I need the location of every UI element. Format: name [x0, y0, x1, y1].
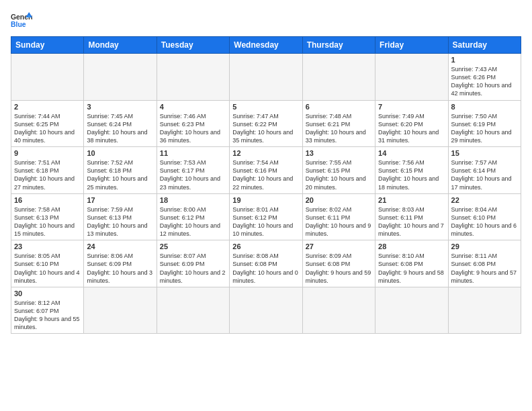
calendar-cell: 7Sunrise: 7:49 AM Sunset: 6:20 PM Daylig…	[375, 100, 448, 147]
logo: General Blue	[11, 11, 32, 30]
svg-text:Blue: Blue	[11, 21, 26, 28]
day-number: 18	[160, 196, 226, 204]
day-info: Sunrise: 7:58 AM Sunset: 6:13 PM Dayligh…	[14, 205, 81, 238]
calendar-cell: 2Sunrise: 7:44 AM Sunset: 6:25 PM Daylig…	[11, 100, 84, 147]
day-info: Sunrise: 7:44 AM Sunset: 6:25 PM Dayligh…	[14, 112, 81, 145]
day-number: 17	[87, 196, 153, 204]
header-friday: Friday	[375, 37, 448, 54]
day-info: Sunrise: 7:47 AM Sunset: 6:22 PM Dayligh…	[232, 112, 299, 145]
calendar-cell: 30Sunrise: 8:12 AM Sunset: 6:07 PM Dayli…	[11, 287, 84, 334]
calendar-row-3: 16Sunrise: 7:58 AM Sunset: 6:13 PM Dayli…	[11, 193, 521, 240]
calendar-cell	[448, 287, 521, 334]
header-monday: Monday	[84, 37, 157, 54]
day-info: Sunrise: 8:12 AM Sunset: 6:07 PM Dayligh…	[14, 299, 81, 332]
day-number: 11	[160, 149, 226, 157]
day-number: 24	[87, 242, 153, 250]
calendar-cell: 9Sunrise: 7:51 AM Sunset: 6:18 PM Daylig…	[11, 147, 84, 194]
calendar-cell: 18Sunrise: 8:00 AM Sunset: 6:12 PM Dayli…	[157, 193, 229, 240]
day-info: Sunrise: 7:49 AM Sunset: 6:20 PM Dayligh…	[378, 112, 445, 145]
calendar-cell: 29Sunrise: 8:11 AM Sunset: 6:08 PM Dayli…	[448, 240, 521, 287]
calendar-header-row: SundayMondayTuesdayWednesdayThursdayFrid…	[11, 37, 521, 54]
day-info: Sunrise: 7:54 AM Sunset: 6:16 PM Dayligh…	[232, 158, 299, 191]
day-info: Sunrise: 8:00 AM Sunset: 6:12 PM Dayligh…	[160, 205, 226, 238]
calendar-cell: 19Sunrise: 8:01 AM Sunset: 6:12 PM Dayli…	[230, 193, 302, 240]
day-number: 25	[160, 242, 226, 250]
day-info: Sunrise: 7:55 AM Sunset: 6:15 PM Dayligh…	[306, 158, 372, 191]
calendar-cell	[230, 54, 302, 101]
day-number: 30	[14, 289, 81, 298]
calendar-cell	[302, 287, 375, 334]
calendar-cell	[230, 287, 302, 334]
calendar-row-0: 1Sunrise: 7:43 AM Sunset: 6:26 PM Daylig…	[11, 54, 521, 101]
day-info: Sunrise: 8:05 AM Sunset: 6:10 PM Dayligh…	[14, 252, 81, 285]
day-number: 5	[232, 103, 299, 111]
day-info: Sunrise: 7:52 AM Sunset: 6:18 PM Dayligh…	[87, 158, 153, 191]
calendar-table: SundayMondayTuesdayWednesdayThursdayFrid…	[11, 36, 521, 334]
calendar-cell: 8Sunrise: 7:50 AM Sunset: 6:19 PM Daylig…	[448, 100, 521, 147]
calendar-cell: 28Sunrise: 8:10 AM Sunset: 6:08 PM Dayli…	[375, 240, 448, 287]
day-info: Sunrise: 8:11 AM Sunset: 6:08 PM Dayligh…	[451, 252, 518, 285]
day-number: 23	[14, 242, 81, 250]
calendar-cell: 11Sunrise: 7:53 AM Sunset: 6:17 PM Dayli…	[157, 147, 229, 194]
calendar-cell: 5Sunrise: 7:47 AM Sunset: 6:22 PM Daylig…	[230, 100, 302, 147]
day-number: 15	[451, 149, 518, 157]
calendar-cell: 12Sunrise: 7:54 AM Sunset: 6:16 PM Dayli…	[230, 147, 302, 194]
calendar-row-4: 23Sunrise: 8:05 AM Sunset: 6:10 PM Dayli…	[11, 240, 521, 287]
day-number: 21	[378, 196, 445, 204]
day-number: 14	[378, 149, 445, 157]
calendar-cell: 13Sunrise: 7:55 AM Sunset: 6:15 PM Dayli…	[302, 147, 375, 194]
day-info: Sunrise: 8:06 AM Sunset: 6:09 PM Dayligh…	[87, 252, 153, 285]
day-info: Sunrise: 8:07 AM Sunset: 6:09 PM Dayligh…	[160, 252, 226, 285]
day-info: Sunrise: 7:46 AM Sunset: 6:23 PM Dayligh…	[160, 112, 226, 145]
day-info: Sunrise: 8:04 AM Sunset: 6:10 PM Dayligh…	[451, 205, 518, 238]
day-number: 2	[14, 103, 81, 111]
day-number: 13	[306, 149, 372, 157]
day-info: Sunrise: 8:01 AM Sunset: 6:12 PM Dayligh…	[232, 205, 299, 238]
day-number: 16	[14, 196, 81, 204]
day-info: Sunrise: 7:57 AM Sunset: 6:14 PM Dayligh…	[451, 158, 518, 191]
day-info: Sunrise: 7:50 AM Sunset: 6:19 PM Dayligh…	[451, 112, 518, 145]
day-info: Sunrise: 7:45 AM Sunset: 6:24 PM Dayligh…	[87, 112, 153, 145]
calendar-cell	[375, 54, 448, 101]
calendar-cell: 10Sunrise: 7:52 AM Sunset: 6:18 PM Dayli…	[84, 147, 157, 194]
day-number: 26	[232, 242, 299, 250]
calendar-cell: 4Sunrise: 7:46 AM Sunset: 6:23 PM Daylig…	[157, 100, 229, 147]
calendar-cell: 26Sunrise: 8:08 AM Sunset: 6:08 PM Dayli…	[230, 240, 302, 287]
day-number: 9	[14, 149, 81, 157]
day-info: Sunrise: 7:48 AM Sunset: 6:21 PM Dayligh…	[306, 112, 372, 145]
day-number: 4	[160, 103, 226, 111]
calendar-cell	[375, 287, 448, 334]
calendar-row-5: 30Sunrise: 8:12 AM Sunset: 6:07 PM Dayli…	[11, 287, 521, 334]
header-sunday: Sunday	[11, 37, 84, 54]
calendar-cell: 20Sunrise: 8:02 AM Sunset: 6:11 PM Dayli…	[302, 193, 375, 240]
calendar-cell: 15Sunrise: 7:57 AM Sunset: 6:14 PM Dayli…	[448, 147, 521, 194]
calendar-cell: 1Sunrise: 7:43 AM Sunset: 6:26 PM Daylig…	[448, 54, 521, 101]
calendar-cell	[11, 54, 84, 101]
calendar-cell	[84, 287, 157, 334]
calendar-row-2: 9Sunrise: 7:51 AM Sunset: 6:18 PM Daylig…	[11, 147, 521, 194]
calendar-cell: 14Sunrise: 7:56 AM Sunset: 6:15 PM Dayli…	[375, 147, 448, 194]
calendar-cell: 21Sunrise: 8:03 AM Sunset: 6:11 PM Dayli…	[375, 193, 448, 240]
header-tuesday: Tuesday	[157, 37, 229, 54]
calendar-cell: 6Sunrise: 7:48 AM Sunset: 6:21 PM Daylig…	[302, 100, 375, 147]
day-number: 12	[232, 149, 299, 157]
day-number: 10	[87, 149, 153, 157]
day-info: Sunrise: 7:56 AM Sunset: 6:15 PM Dayligh…	[378, 158, 445, 191]
calendar-row-1: 2Sunrise: 7:44 AM Sunset: 6:25 PM Daylig…	[11, 100, 521, 147]
day-info: Sunrise: 7:59 AM Sunset: 6:13 PM Dayligh…	[87, 205, 153, 238]
header: General Blue	[11, 11, 521, 30]
day-number: 19	[232, 196, 299, 204]
day-info: Sunrise: 7:53 AM Sunset: 6:17 PM Dayligh…	[160, 158, 226, 191]
day-info: Sunrise: 8:08 AM Sunset: 6:08 PM Dayligh…	[232, 252, 299, 285]
day-number: 20	[306, 196, 372, 204]
day-number: 1	[451, 56, 518, 64]
day-number: 7	[378, 103, 445, 111]
calendar-cell: 24Sunrise: 8:06 AM Sunset: 6:09 PM Dayli…	[84, 240, 157, 287]
day-number: 6	[306, 103, 372, 111]
day-number: 27	[306, 242, 372, 250]
day-number: 8	[451, 103, 518, 111]
calendar-cell: 23Sunrise: 8:05 AM Sunset: 6:10 PM Dayli…	[11, 240, 84, 287]
calendar-cell	[84, 54, 157, 101]
day-info: Sunrise: 7:43 AM Sunset: 6:26 PM Dayligh…	[451, 65, 518, 98]
day-info: Sunrise: 8:09 AM Sunset: 6:08 PM Dayligh…	[306, 252, 372, 285]
